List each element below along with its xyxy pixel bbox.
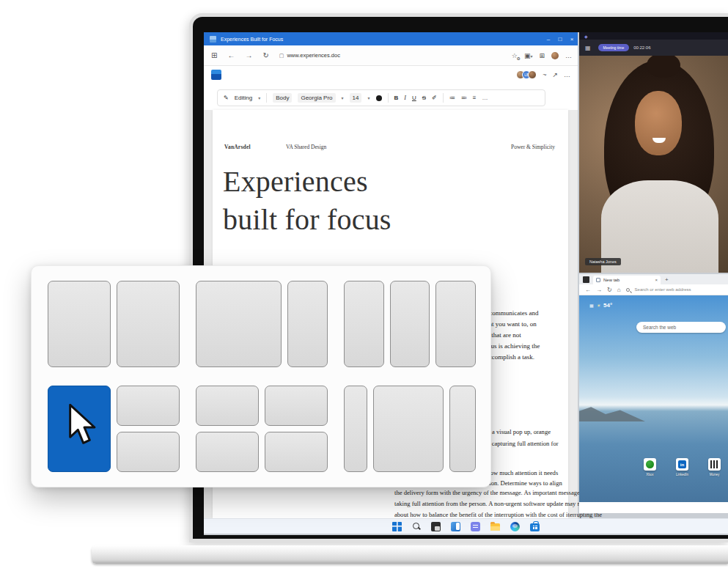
share-icon[interactable]: ↗ [552, 71, 558, 78]
strikethrough-button[interactable]: S [422, 95, 426, 101]
style-select[interactable]: Body [273, 93, 292, 103]
teams-chat-icon[interactable] [471, 522, 480, 531]
snap-cell[interactable] [117, 432, 180, 472]
participant-name-tag: Natasha Jones [585, 258, 621, 265]
snap-cell[interactable] [287, 281, 328, 367]
snap-cell[interactable] [196, 281, 282, 367]
quick-tile-money[interactable]: Money [708, 458, 721, 476]
widgets-icon[interactable] [451, 522, 460, 531]
page-icon: ▢ [279, 53, 284, 59]
more-formatting-icon[interactable]: … [482, 95, 488, 101]
refresh-icon[interactable]: ↻ [262, 51, 268, 59]
snap-layout-two-halves [48, 281, 180, 367]
apps-grid-icon[interactable]: ⊞ [211, 51, 217, 59]
bullet-list-button[interactable]: ≔ [449, 95, 455, 101]
snap-layout-three-columns [344, 281, 476, 367]
forward-icon[interactable]: → [245, 51, 252, 59]
tab-label: New tab [603, 278, 619, 282]
file-explorer-icon[interactable] [490, 523, 500, 531]
address-bar[interactable]: ▢ www.experiences.doc [279, 52, 340, 59]
underline-button[interactable]: U [412, 95, 416, 101]
snap-cell[interactable] [390, 281, 430, 367]
weather-widget[interactable]: ▦ ☀ 54° [589, 302, 612, 309]
quick-tile-linkedin[interactable]: in LinkedIn [676, 458, 688, 476]
app-menu-icon[interactable]: … [564, 71, 570, 78]
gallery-view-icon[interactable]: ▦ [585, 45, 591, 51]
browser-tab[interactable]: New tab × [593, 276, 661, 284]
collaborator-avatar-3 [528, 70, 537, 79]
align-button[interactable]: ≡ [473, 95, 477, 101]
back-icon[interactable]: ← [227, 51, 235, 59]
snap-cell[interactable] [265, 386, 328, 426]
search-icon[interactable] [412, 522, 421, 531]
browser-actions: ☆⚙ ▣▾ ⊞ … [512, 52, 572, 59]
quick-tile-xbox[interactable]: Xbox [644, 458, 656, 476]
collaborator-avatars[interactable]: LB [519, 70, 537, 79]
numbered-list-button[interactable]: ≕ [461, 95, 467, 101]
back-icon[interactable]: ← [585, 287, 591, 293]
tab-actions-icon[interactable] [583, 276, 589, 283]
minimize-button[interactable]: – [543, 36, 554, 43]
format-toolbar: ✎ Editing ▾ Body Georgia Pro ▾ 14 ▾ B I … [217, 89, 545, 106]
snap-cell[interactable] [117, 386, 180, 426]
refresh-icon[interactable]: ↻ [607, 287, 612, 293]
highlight-pen-button[interactable]: ✐ [432, 95, 437, 101]
edge-browser-icon[interactable] [510, 522, 520, 531]
snap-cell[interactable] [449, 386, 476, 472]
profile-avatar[interactable] [551, 52, 559, 59]
meeting-badge[interactable]: Meeting time [598, 44, 630, 51]
snap-cell[interactable] [196, 432, 259, 472]
snap-cell[interactable] [435, 281, 476, 367]
teams-title-bar[interactable]: ◆ [579, 32, 728, 40]
home-icon[interactable]: ⌂ [617, 287, 621, 293]
tile-label: Xbox [646, 473, 653, 476]
browser-menu-icon[interactable]: … [565, 52, 572, 59]
favorites-settings-icon[interactable]: ☆⚙ [512, 52, 518, 59]
heading-line-1: Experiences [223, 163, 391, 201]
body-line: tes: a visual pop up, orange [482, 428, 551, 435]
word-app-icon[interactable] [211, 70, 221, 80]
address-input[interactable]: Search or enter web address [635, 287, 691, 292]
editing-chevron-icon[interactable]: ▾ [258, 95, 260, 100]
snap-layout-quad [196, 386, 328, 472]
body-line: taking full attention from the person. A… [394, 500, 603, 507]
browser-essentials-icon[interactable]: ▣▾ [524, 52, 533, 59]
font-chevron-icon[interactable]: ▾ [342, 95, 344, 100]
snap-cell[interactable] [48, 281, 111, 367]
toolbar-divider [266, 93, 267, 103]
size-chevron-icon[interactable]: ▾ [367, 95, 369, 100]
start-button-icon[interactable] [392, 522, 402, 531]
snap-cell[interactable] [344, 386, 367, 472]
snap-cell[interactable] [373, 386, 444, 472]
heading-line-2: built for focus [223, 201, 391, 239]
new-tab-icon[interactable]: + [665, 276, 669, 283]
microsoft-store-icon[interactable] [530, 523, 540, 531]
editing-mode-button[interactable]: Editing [235, 95, 252, 101]
snap-cell[interactable] [196, 386, 259, 426]
task-view-icon[interactable] [431, 522, 441, 531]
xbox-icon [644, 458, 656, 471]
body-line: about how to balance the benefit of the … [394, 511, 602, 518]
font-select[interactable]: Georgia Pro [298, 93, 335, 103]
collections-icon[interactable]: ⊞ [539, 52, 545, 59]
font-color-button[interactable] [376, 95, 382, 101]
money-chart-icon [708, 458, 721, 471]
forward-icon[interactable]: → [596, 287, 602, 293]
italic-button[interactable]: I [404, 95, 406, 101]
tab-close-icon[interactable]: × [655, 278, 658, 282]
temperature: 54° [603, 302, 612, 309]
font-size-select[interactable]: 14 [350, 93, 362, 103]
snap-cell[interactable] [265, 432, 328, 472]
bold-button[interactable]: B [394, 95, 399, 101]
brand-logo-text: VanArsdel [224, 144, 251, 150]
video-feed: Natasha Jones [579, 56, 728, 273]
activity-pulse-icon[interactable]: ~ [543, 71, 546, 78]
snap-cell[interactable] [117, 281, 180, 367]
meeting-timer: 00:22:06 [633, 45, 650, 50]
web-search-input[interactable]: Search the web [636, 322, 726, 333]
snap-cell[interactable] [344, 281, 384, 367]
browser-title-bar[interactable]: Experiences Built for Focus – □ × [204, 32, 578, 45]
close-button[interactable]: × [566, 36, 578, 43]
toolbar-divider [443, 93, 444, 103]
maximize-button[interactable]: □ [554, 36, 566, 43]
